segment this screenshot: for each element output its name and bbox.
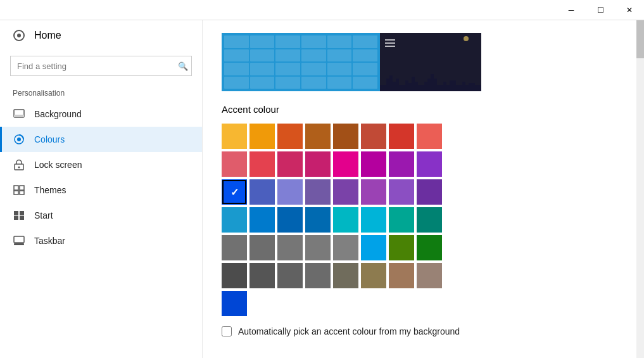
colour-swatch[interactable] [249,151,275,177]
sidebar-item-start[interactable]: Start [0,203,202,228]
colour-swatch[interactable] [361,124,386,149]
main-content: Accent colour [203,20,636,358]
colour-swatch[interactable] [361,235,386,260]
colour-swatch[interactable] [277,263,303,288]
app-container: Home 🔍 Personalisation Background [0,20,644,358]
colour-swatch[interactable] [305,151,331,177]
colour-swatch[interactable] [222,235,247,260]
svg-rect-14 [14,216,18,220]
colour-swatch[interactable] [305,207,331,233]
colour-swatch[interactable] [222,151,247,177]
svg-rect-16 [14,236,24,243]
colour-swatch[interactable] [417,151,442,177]
colour-swatch[interactable] [333,124,358,149]
colour-swatch[interactable] [417,235,442,260]
colour-row-5 [222,235,617,260]
preview-left [222,33,380,91]
colour-swatch[interactable] [389,207,414,233]
svg-rect-8 [14,186,18,190]
sidebar-item-themes[interactable]: Themes [0,177,202,203]
colour-swatch[interactable] [361,151,386,177]
close-button[interactable]: ✕ [615,0,644,20]
preview-bg [222,33,481,91]
colour-swatch[interactable] [333,207,358,233]
title-bar: ─ ☐ ✕ [0,0,644,20]
svg-rect-15 [20,216,24,220]
colour-swatch[interactable] [305,263,331,288]
sidebar-section-label: Personalisation [0,81,202,101]
colour-swatch[interactable] [361,263,386,288]
colour-swatch[interactable] [277,179,303,205]
sidebar-item-background-label: Background [34,109,82,119]
svg-rect-10 [14,191,18,195]
colour-swatch[interactable] [277,151,303,177]
colour-swatch[interactable] [333,235,358,260]
svg-point-7 [18,167,20,169]
colour-swatch[interactable] [361,179,386,205]
colour-swatch[interactable] [249,179,275,205]
search-input[interactable] [10,56,192,76]
minimize-button[interactable]: ─ [557,0,586,20]
colour-swatch[interactable] [277,235,303,260]
colour-swatch[interactable] [333,263,358,288]
sidebar-item-colours[interactable]: Colours [0,127,202,152]
colour-row-1 [222,124,617,149]
colour-swatch[interactable] [389,151,414,177]
colour-swatch-selected[interactable] [222,179,247,205]
themes-icon [13,184,25,196]
colour-swatch[interactable] [277,124,303,149]
colour-swatch[interactable] [361,207,386,233]
auto-pick-checkbox[interactable] [222,326,232,336]
sidebar-item-home[interactable]: Home [0,20,202,51]
preview-right [380,33,481,91]
colour-swatch[interactable] [333,179,358,205]
preview-sidebar [385,39,395,49]
colour-swatch[interactable] [389,179,414,205]
sidebar-item-themes-label: Themes [34,185,66,195]
scrollbar-thumb[interactable] [636,20,644,58]
colour-swatch[interactable] [417,179,442,205]
auto-pick-row: Automatically pick an accent colour from… [222,326,617,336]
search-icon[interactable]: 🔍 [178,61,188,71]
sidebar-item-taskbar[interactable]: Taskbar [0,228,202,253]
auto-pick-label[interactable]: Automatically pick an accent colour from… [238,326,460,336]
preview-image [222,33,481,91]
colour-swatch[interactable] [333,151,358,177]
colour-swatch-custom[interactable] [222,291,247,316]
sidebar-item-lock-screen-label: Lock screen [34,160,82,170]
colour-swatch[interactable] [417,263,442,288]
start-icon [13,209,25,222]
sidebar-item-start-label: Start [34,210,53,221]
lock-screen-icon [13,158,25,171]
colour-swatch[interactable] [305,124,331,149]
colour-swatch[interactable] [277,207,303,233]
colour-swatch[interactable] [389,263,414,288]
sidebar-item-lock-screen[interactable]: Lock screen [0,152,202,177]
search-box: 🔍 [10,56,192,76]
colour-swatch[interactable] [222,263,247,288]
colour-swatch[interactable] [389,124,414,149]
colour-swatch[interactable] [222,207,247,233]
colour-row-4 [222,207,617,233]
svg-rect-9 [20,186,24,190]
background-icon [13,108,25,120]
colour-swatch[interactable] [389,235,414,260]
colour-swatch[interactable] [417,124,442,149]
svg-point-5 [17,137,21,141]
sidebar-item-background[interactable]: Background [0,101,202,127]
colour-swatch[interactable] [249,124,275,149]
colours-icon [13,133,25,146]
colour-swatch[interactable] [249,263,275,288]
colour-swatch[interactable] [249,207,275,233]
colour-swatch[interactable] [305,179,331,205]
sidebar-item-colours-label: Colours [34,134,65,144]
maximize-button[interactable]: ☐ [586,0,615,20]
colour-swatch[interactable] [305,235,331,260]
sidebar: Home 🔍 Personalisation Background [0,20,203,358]
colour-swatch[interactable] [222,124,247,149]
svg-rect-12 [14,211,18,215]
colour-swatch[interactable] [249,235,275,260]
colour-swatch[interactable] [417,207,442,233]
scrollbar[interactable] [636,20,644,358]
home-icon [13,29,25,42]
